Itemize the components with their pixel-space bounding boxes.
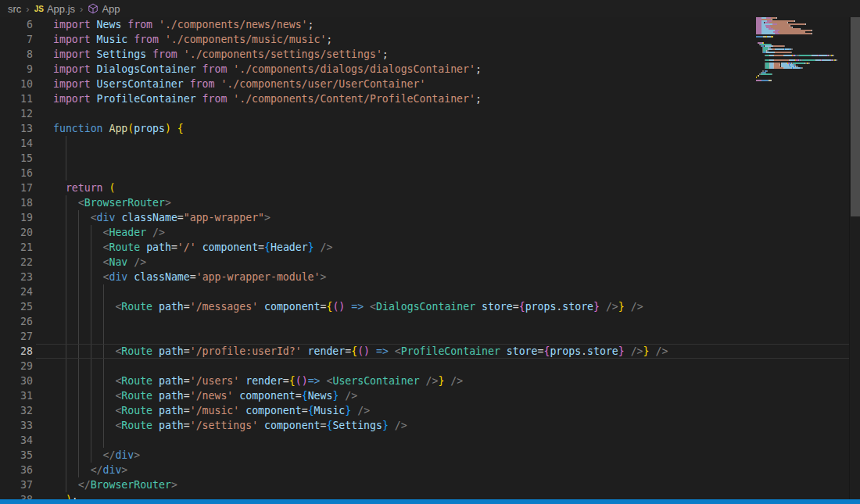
line-number: 10 [0,77,36,91]
code-line[interactable]: 33 <Route path='/settings' component={Se… [0,418,849,433]
code-line[interactable]: 28 <Route path='/profile:userId?' render… [0,344,849,359]
indent-guide [91,314,91,329]
indent-guide [103,418,104,433]
breadcrumb: src › JS App.js › App [0,0,860,17]
breadcrumb-item-app-symbol[interactable]: App [88,3,120,15]
code-line[interactable]: 17 return ( [0,181,849,195]
indent-guide [78,225,79,240]
code-line-content: import ProfileContainer from './componen… [36,91,849,106]
code-line[interactable]: 10import UsersContainer from './componen… [0,77,849,91]
breadcrumb-item-src[interactable]: src [8,3,21,15]
code-line[interactable]: 26 [0,314,849,329]
breadcrumb-label: App.js [47,3,75,15]
indent-guide [91,359,91,374]
code-line[interactable]: 19 <div className="app-wrapper"> [0,210,849,225]
code-line[interactable]: 30 <Route path='/users' render={()=> <Us… [0,374,849,388]
code-line[interactable]: 29 [0,359,849,374]
indent-guide [66,418,66,433]
code-line[interactable]: 36 </div> [0,463,849,477]
code-line[interactable]: 11import ProfileContainer from './compon… [0,91,849,106]
code-line[interactable]: 35 </div> [0,448,849,463]
code-line[interactable]: 12 [0,106,849,121]
code-line-content: import News from './components/news/news… [36,17,849,32]
indent-guide [78,270,79,284]
indent-guide [66,463,66,477]
line-number: 6 [0,17,36,32]
code-line[interactable]: 7import Music from './components/music/m… [0,32,849,47]
breadcrumb-label: App [102,3,120,15]
code-line-content: <BrowserRouter> [36,195,849,210]
indent-guide [78,329,79,344]
line-number: 36 [0,463,36,477]
code-line[interactable]: 9import DialogsContainer from './compone… [0,62,849,77]
code-line-content [36,136,849,151]
code-line-content: </div> [36,463,849,477]
code-line-content: <div className='app-wrapper-module'> [36,270,849,284]
line-number: 18 [0,195,36,210]
line-number: 8 [0,47,36,62]
code-line[interactable]: 31 <Route path='/news' component={News} … [0,388,849,403]
line-number: 37 [0,477,36,492]
breadcrumb-label: src [8,3,21,15]
line-number: 30 [0,374,36,388]
code-line-content: <div className="app-wrapper"> [36,210,849,225]
code-line-content [36,284,849,299]
code-line[interactable]: 34 [0,433,849,448]
code-line[interactable]: 14 [0,136,849,151]
code-line[interactable]: 37 </BrowserRouter> [0,477,849,492]
indent-guide [78,448,79,463]
code-line[interactable]: 21 <Route path='/' component={Header} /> [0,240,849,255]
indent-guide [91,433,91,448]
line-number: 20 [0,225,36,240]
indent-guide [66,225,66,240]
indent-guide [91,270,91,284]
code-line[interactable]: 38 ); [0,492,849,499]
code-line[interactable]: 23 <div className='app-wrapper-module'> [0,270,849,284]
code-line[interactable]: 18 <BrowserRouter> [0,195,849,210]
indent-guide [103,284,104,299]
indent-guide [66,374,66,388]
code-line-content: <Route path='/music' component={Music} /… [36,403,849,418]
code-line[interactable]: 15 [0,151,849,166]
line-number: 17 [0,181,36,195]
code-line-content: return ( [36,181,849,195]
code-line[interactable]: 13function App(props) { [0,121,849,136]
indent-guide [66,345,66,358]
indent-guide [91,374,91,388]
indent-guide [91,403,91,418]
code-line[interactable]: 32 <Route path='/music' component={Music… [0,403,849,418]
indent-guide [66,448,66,463]
code-line[interactable]: 25 <Route path='/messages' component={()… [0,299,849,314]
vertical-scrollbar[interactable] [849,17,860,499]
line-number: 34 [0,433,36,448]
line-number: 11 [0,91,36,106]
code-line-content: <Route path='/' component={Header} /> [36,240,849,255]
indent-guide [103,329,104,344]
indent-guide [91,255,91,270]
indent-guide [66,299,66,314]
code-line-content: <Nav /> [36,255,849,270]
breadcrumb-item-appjs[interactable]: JS App.js [34,3,75,15]
indent-guide [78,255,79,270]
code-line[interactable]: 6import News from './components/news/new… [0,17,849,32]
code-line[interactable]: 24 [0,284,849,299]
indent-guide [66,136,66,151]
line-number: 33 [0,418,36,433]
indent-guide [66,403,66,418]
line-number: 9 [0,62,36,77]
code-line[interactable]: 16 [0,166,849,181]
indent-guide [78,314,79,329]
code-area[interactable]: 6import News from './components/news/new… [0,17,849,499]
indent-guide [91,284,91,299]
indent-guide [66,388,66,403]
code-line[interactable]: 20 <Header /> [0,225,849,240]
indent-guide [66,329,66,344]
code-line[interactable]: 27 [0,329,849,344]
indent-guide [91,240,91,255]
scrollbar-thumb[interactable] [851,17,860,216]
indent-guide [91,388,91,403]
line-number: 38 [0,492,36,499]
code-line[interactable]: 22 <Nav /> [0,255,849,270]
line-number: 31 [0,388,36,403]
code-line[interactable]: 8import Settings from './components/sett… [0,47,849,62]
